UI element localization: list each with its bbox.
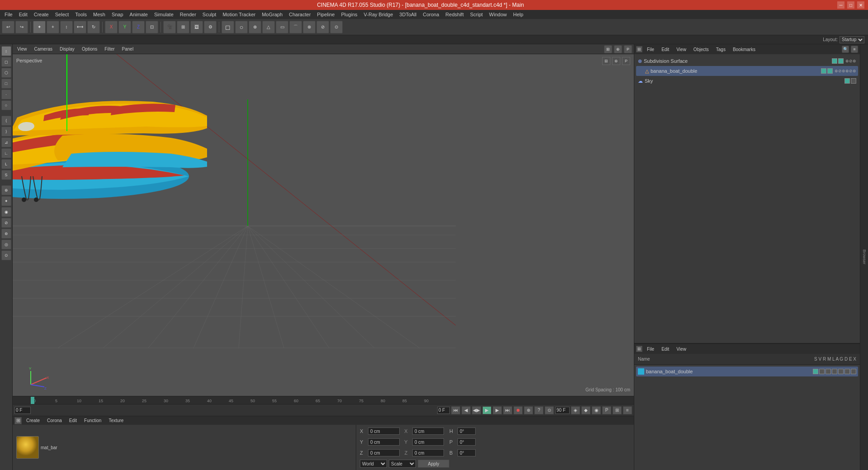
om-filter-btn[interactable]: ≡: [851, 46, 858, 53]
render-region-button[interactable]: ⊞: [177, 21, 189, 33]
om-tab-objects[interactable]: Objects: [691, 46, 712, 53]
left-tool-7[interactable]: ⊕: [1, 185, 11, 195]
vt-panel[interactable]: Panel: [119, 46, 137, 52]
menu-script[interactable]: Script: [467, 11, 486, 18]
menu-mesh[interactable]: Mesh: [90, 11, 108, 18]
om-boat-vis-1[interactable]: [821, 68, 826, 74]
menu-select[interactable]: Select: [52, 11, 72, 18]
vc-btn-3[interactable]: P: [622, 57, 630, 65]
timeline-ruler[interactable]: 0 5 10 15 20 25 30 35 40 45 50 55 60 65 …: [13, 396, 634, 404]
am-mat-vis-3[interactable]: [826, 369, 831, 374]
to-start-btn[interactable]: ⏮: [451, 406, 460, 414]
current-frame-input[interactable]: [14, 407, 31, 414]
keyframe-btn-2[interactable]: ◆: [581, 406, 590, 414]
menu-character[interactable]: Character: [286, 11, 313, 18]
next-key-btn[interactable]: ▶: [493, 406, 502, 414]
edge-tool-btn[interactable]: □: [1, 79, 11, 89]
am-mat-vis-1[interactable]: [813, 369, 818, 374]
menu-simulate[interactable]: Simulate: [151, 11, 176, 18]
coord-p[interactable]: [458, 438, 476, 446]
menu-pipeline[interactable]: Pipeline: [314, 11, 337, 18]
menu-redshift[interactable]: Redshift: [443, 11, 466, 18]
record-btn[interactable]: ⏺: [514, 406, 523, 414]
vc-btn-2[interactable]: ⊕: [612, 57, 620, 65]
y-axis-button[interactable]: Y: [118, 21, 131, 33]
om-boat-vis-2[interactable]: [827, 68, 833, 74]
end-frame-input[interactable]: [555, 407, 570, 414]
menu-file[interactable]: File: [2, 11, 15, 18]
om-tab-view[interactable]: View: [674, 46, 689, 53]
spline-button[interactable]: ⌒: [289, 21, 302, 33]
coord-z-pos[interactable]: [368, 449, 400, 456]
maximize-button[interactable]: □: [847, 1, 854, 9]
am-tab-view[interactable]: View: [674, 346, 689, 352]
render-button[interactable]: 🎥: [163, 21, 176, 33]
scale-select[interactable]: Scale: [389, 460, 416, 468]
left-tool-12[interactable]: ◎: [1, 240, 11, 249]
left-tool-9[interactable]: ◉: [1, 207, 11, 217]
x-axis-button[interactable]: X: [105, 21, 118, 33]
start-marker[interactable]: [31, 397, 34, 404]
select-tool-btn[interactable]: ◻: [1, 57, 11, 67]
om-sky-vis-1[interactable]: [844, 78, 850, 84]
bp-tab-function[interactable]: Function: [81, 417, 104, 424]
auto-key-btn[interactable]: ⊕: [524, 406, 533, 414]
point-tool-btn[interactable]: ·: [1, 89, 11, 99]
menu-tools[interactable]: Tools: [72, 11, 90, 18]
om-search-btn[interactable]: 🔍: [842, 46, 849, 53]
vt-icon-3[interactable]: P: [624, 45, 632, 53]
add-button[interactable]: +: [47, 21, 59, 33]
keyframe-btn-5[interactable]: ⊞: [613, 406, 622, 414]
vt-display[interactable]: Display: [57, 46, 77, 52]
vt-view[interactable]: View: [14, 46, 30, 52]
coord-x-pos[interactable]: [368, 428, 400, 435]
am-tab-file[interactable]: File: [644, 346, 657, 352]
menu-corona[interactable]: Corona: [420, 11, 442, 18]
left-tool-8[interactable]: ✦: [1, 196, 11, 206]
om-tab-bookmarks[interactable]: Bookmarks: [730, 46, 758, 53]
am-mat-vis-6[interactable]: [844, 369, 850, 374]
viewport-3d[interactable]: Perspective ⊞ ⊕ P X Y Z Grid Spacing: [13, 54, 634, 396]
cone-button[interactable]: △: [262, 21, 275, 33]
play-backward-btn[interactable]: ◀▶: [472, 406, 481, 414]
om-collapse-btn[interactable]: ⊞: [636, 46, 642, 52]
am-mat-vis-5[interactable]: [838, 369, 844, 374]
plane-button[interactable]: ▭: [276, 21, 288, 33]
apply-button[interactable]: Apply: [418, 460, 449, 468]
right-browser-tab[interactable]: Browser: [860, 44, 868, 470]
all-axis-button[interactable]: ⊡: [146, 21, 158, 33]
sphere-button[interactable]: ○: [235, 21, 248, 33]
minimize-button[interactable]: ─: [837, 1, 844, 9]
menu-motion-tracker[interactable]: Motion Tracker: [220, 11, 258, 18]
menu-mograph[interactable]: MoGraph: [259, 11, 285, 18]
left-tool-5[interactable]: L: [1, 159, 11, 169]
cube-button[interactable]: ◻: [222, 21, 234, 33]
bp-tab-create[interactable]: Create: [24, 417, 42, 424]
undo-button[interactable]: ↩: [2, 21, 14, 33]
constraint-btn[interactable]: ⊙: [545, 406, 554, 414]
om-sky-vis-2[interactable]: [851, 78, 856, 84]
deformer-button[interactable]: ⊘: [316, 21, 329, 33]
am-mat-vis-7[interactable]: [851, 369, 856, 374]
z-axis-button[interactable]: Z: [132, 21, 145, 33]
effector-button[interactable]: ⊙: [330, 21, 343, 33]
menu-vray[interactable]: V-Ray Bridge: [361, 11, 396, 18]
menu-help[interactable]: Help: [510, 11, 526, 18]
close-button[interactable]: ✕: [857, 1, 864, 9]
om-tab-file[interactable]: File: [644, 46, 657, 53]
motion-mode-btn[interactable]: ?: [534, 406, 543, 414]
move-tool-btn[interactable]: ↕: [1, 46, 11, 56]
left-tool-1[interactable]: ⟨: [1, 116, 11, 126]
start-frame-input[interactable]: [437, 407, 450, 414]
menu-create[interactable]: Create: [31, 11, 52, 18]
prev-key-btn[interactable]: ◀: [462, 406, 471, 414]
bp-tab-corona[interactable]: Corona: [44, 417, 65, 424]
am-material-row[interactable]: banana_boat_double: [636, 367, 858, 376]
vt-filter[interactable]: Filter: [102, 46, 117, 52]
left-tool-13[interactable]: ⊙: [1, 250, 11, 260]
om-row-boat[interactable]: △ banana_boat_double ⊕⊘⊛⊕⊘⊛: [636, 66, 858, 76]
coord-x-rot[interactable]: [412, 428, 444, 435]
vt-cameras[interactable]: Cameras: [32, 46, 56, 52]
vt-icon-1[interactable]: ⊞: [604, 45, 612, 53]
om-tab-edit[interactable]: Edit: [659, 46, 672, 53]
